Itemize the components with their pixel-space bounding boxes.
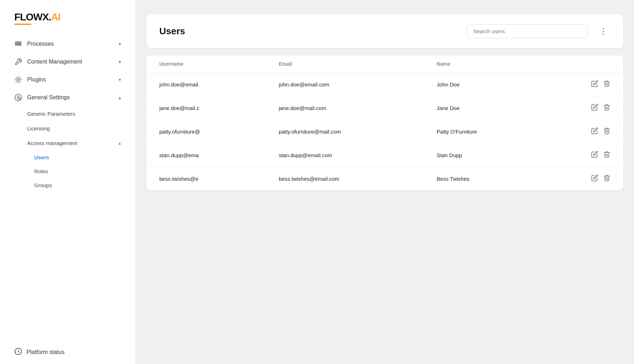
sidebar-item-groups[interactable]: Groups xyxy=(0,178,135,192)
delete-button[interactable] xyxy=(603,174,610,183)
sidebar-item-label-processes: Processes xyxy=(27,41,114,47)
cell-actions xyxy=(543,120,623,144)
cell-username: jane.doe@mail.c xyxy=(146,96,266,120)
col-header-name: Name xyxy=(424,55,543,73)
logo-area: FLOWX. AI xyxy=(0,0,135,34)
svg-point-1 xyxy=(17,96,19,99)
edit-button[interactable] xyxy=(591,80,598,89)
cell-username: bess.twishes@e xyxy=(146,167,266,191)
cell-actions xyxy=(543,144,623,167)
svg-point-0 xyxy=(17,79,19,81)
sidebar-item-label-access-management: Access management xyxy=(27,140,119,146)
cell-email: john.doe@email.com xyxy=(266,73,424,96)
sidebar-item-label-content-management: Content Management xyxy=(27,59,114,65)
cell-username: stan.dupp@ema xyxy=(146,144,266,167)
more-options-button[interactable]: ⋮ xyxy=(596,25,610,38)
search-input[interactable] xyxy=(466,24,588,38)
table-row: john.doe@email. john.doe@email.com John … xyxy=(146,73,623,96)
edit-button[interactable] xyxy=(591,127,598,136)
cell-name: Patty O'Furniture xyxy=(424,120,543,144)
logo-bar xyxy=(14,24,31,25)
sidebar-item-label-plugins: Plugins xyxy=(27,76,114,83)
cell-name: Jane Doe xyxy=(424,96,543,120)
search-wrapper xyxy=(466,24,588,38)
col-header-username: Username xyxy=(146,55,266,73)
cell-email: bess.twishes@email.com xyxy=(266,167,424,191)
cell-name: John Doe xyxy=(424,73,543,96)
logo: FLOWX. AI xyxy=(14,11,121,25)
sidebar-item-label-general-settings: General Settings xyxy=(27,94,114,101)
settings-icon xyxy=(14,94,22,101)
cell-name: Bess Twishes xyxy=(424,167,543,191)
cell-email: jane.doe@mail.com xyxy=(266,96,424,120)
table-row: stan.dupp@ema stan.dupp@email.com Stan D… xyxy=(146,144,623,167)
edit-button[interactable] xyxy=(591,174,598,183)
nav-section: Processes ▾ Content Management ▾ Plugins xyxy=(0,34,135,194)
users-table-card: Username Email Name john.doe@email. john… xyxy=(146,55,623,190)
users-header: Users ⋮ xyxy=(146,14,623,48)
logo-text-black: FLOWX. xyxy=(14,11,51,23)
cell-actions xyxy=(543,96,623,120)
sidebar-item-content-management[interactable]: Content Management ▾ xyxy=(0,53,135,71)
sidebar-item-general-settings[interactable]: General Settings ▴ xyxy=(0,89,135,106)
svg-point-2 xyxy=(19,98,21,100)
sidebar: FLOWX. AI Processes ▾ xyxy=(0,0,136,364)
delete-button[interactable] xyxy=(603,104,610,113)
table-row: jane.doe@mail.c jane.doe@mail.com Jane D… xyxy=(146,96,623,120)
delete-button[interactable] xyxy=(603,151,610,160)
sidebar-item-plugins[interactable]: Plugins ▾ xyxy=(0,71,135,89)
plugins-chevron: ▾ xyxy=(119,77,121,83)
sidebar-item-generic-parameters[interactable]: Generic Parameters xyxy=(0,106,135,121)
platform-status-label: Platform status xyxy=(26,349,65,355)
processes-icon xyxy=(14,40,22,48)
cell-name: Stan Dupp xyxy=(424,144,543,167)
sidebar-item-users[interactable]: Users xyxy=(0,150,135,164)
plugins-icon xyxy=(14,76,22,84)
cell-actions xyxy=(543,73,623,96)
access-management-chevron: ▴ xyxy=(119,140,121,146)
page-title: Users xyxy=(159,26,458,37)
logo-text-accent: AI xyxy=(51,11,60,23)
col-header-actions xyxy=(543,55,623,73)
main-content: Users ⋮ Username Email Name john.doe@ema… xyxy=(136,0,634,364)
delete-button[interactable] xyxy=(603,127,610,136)
wrench-icon xyxy=(14,58,22,66)
platform-status-icon xyxy=(14,348,22,357)
cell-email: patty.ofurniture@mail.com xyxy=(266,120,424,144)
delete-button[interactable] xyxy=(603,80,610,89)
sidebar-item-processes[interactable]: Processes ▾ xyxy=(0,35,135,53)
edit-button[interactable] xyxy=(591,151,598,160)
processes-chevron: ▾ xyxy=(119,41,121,47)
table-row: patty.ofurniture@ patty.ofurniture@mail.… xyxy=(146,120,623,144)
sidebar-item-access-management[interactable]: Access management ▴ xyxy=(0,136,135,150)
platform-status[interactable]: Platform status xyxy=(0,340,135,364)
general-settings-chevron: ▴ xyxy=(119,95,121,100)
cell-email: stan.dupp@email.com xyxy=(266,144,424,167)
col-header-email: Email xyxy=(266,55,424,73)
table-row: bess.twishes@e bess.twishes@email.com Be… xyxy=(146,167,623,191)
sidebar-item-roles[interactable]: Roles xyxy=(0,164,135,178)
users-table: Username Email Name john.doe@email. john… xyxy=(146,55,623,190)
cell-username: john.doe@email. xyxy=(146,73,266,96)
cell-username: patty.ofurniture@ xyxy=(146,120,266,144)
cell-actions xyxy=(543,167,623,191)
content-management-chevron: ▾ xyxy=(119,59,121,65)
users-header-card: Users ⋮ xyxy=(146,14,623,48)
sidebar-item-licensing[interactable]: Licensing xyxy=(0,121,135,136)
edit-button[interactable] xyxy=(591,104,598,113)
